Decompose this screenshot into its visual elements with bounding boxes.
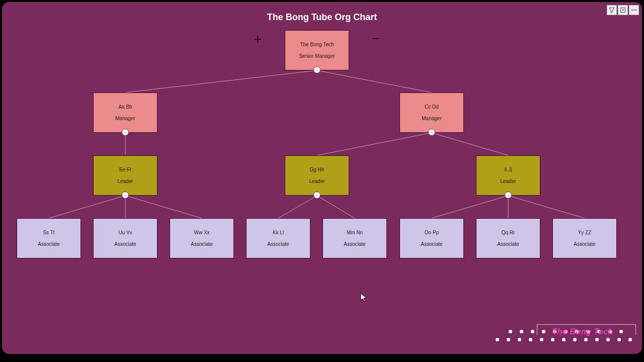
node-role: Leader xyxy=(309,178,325,184)
node-name: Ss Tt xyxy=(43,230,54,235)
node-name: Ww Xx xyxy=(194,230,209,235)
node-name: Oo Pp xyxy=(425,230,439,235)
node-role: Associate xyxy=(114,241,136,247)
chart-toolbar xyxy=(607,5,639,15)
org-node-manager[interactable]: Aa BbManager− xyxy=(93,93,157,133)
node-role: Associate xyxy=(191,241,212,247)
svg-line-13 xyxy=(317,196,355,218)
node-role: Associate xyxy=(344,241,365,247)
org-node-associate[interactable]: Mm NnAssociate xyxy=(323,218,387,258)
svg-line-7 xyxy=(317,133,432,155)
svg-line-14 xyxy=(432,196,508,218)
node-role: Senior Manager xyxy=(299,53,335,59)
node-role: Associate xyxy=(421,241,442,247)
svg-line-8 xyxy=(432,133,508,155)
node-role: Leader xyxy=(117,178,133,184)
org-node-associate[interactable]: Oo PpAssociate xyxy=(399,218,464,258)
collapse-toggle[interactable]: − xyxy=(428,129,435,136)
node-name: Mm Nn xyxy=(347,230,363,235)
svg-point-3 xyxy=(635,10,636,11)
org-node-associate[interactable]: Ww XxAssociate xyxy=(170,218,234,258)
org-chart-canvas[interactable]: The Bong Tube Org Chart + − The Bong Tec… xyxy=(2,2,642,354)
node-role: Associate xyxy=(267,241,289,247)
node-name: Qq Rr xyxy=(502,230,515,235)
node-name: Uu Vv xyxy=(118,230,132,235)
org-node-associate[interactable]: Ss TtAssociate xyxy=(17,218,81,258)
org-node-leader[interactable]: Ee FfLeader− xyxy=(93,155,157,196)
org-node-leader[interactable]: Gg HhLeader− xyxy=(285,155,349,196)
svg-point-1 xyxy=(632,10,633,11)
collapse-toggle[interactable]: − xyxy=(313,66,320,73)
node-role: Manager xyxy=(422,116,441,121)
node-role: Associate xyxy=(38,241,59,247)
node-name: Cc Dd xyxy=(425,104,439,110)
org-node-leader[interactable]: Ii JjLeader− xyxy=(476,155,540,196)
collapse-toggle[interactable]: − xyxy=(313,192,320,199)
zoom-out-button[interactable]: − xyxy=(372,31,379,47)
node-name: Yy ZZ xyxy=(578,230,592,235)
watermark: The Bong Tech xyxy=(485,324,636,347)
node-role: Manager xyxy=(115,116,135,121)
node-name: Aa Bb xyxy=(118,104,132,110)
svg-point-2 xyxy=(633,10,634,11)
watermark-text: The Bong Tech xyxy=(552,327,613,336)
focus-mode-button[interactable] xyxy=(618,5,628,15)
collapse-toggle[interactable]: − xyxy=(122,192,129,199)
svg-line-12 xyxy=(278,196,317,218)
chart-title: The Bong Tube Org Chart xyxy=(2,12,642,23)
collapse-toggle[interactable]: − xyxy=(122,129,129,136)
org-node-senior[interactable]: The Bong TechSenior Manager− xyxy=(285,30,349,70)
node-role: Associate xyxy=(574,241,595,247)
svg-line-11 xyxy=(125,196,202,218)
node-role: Associate xyxy=(497,241,519,247)
org-node-associate[interactable]: Yy ZZAssociate xyxy=(552,218,617,258)
node-name: Kk Ll xyxy=(273,230,284,235)
svg-line-9 xyxy=(49,196,125,218)
svg-line-5 xyxy=(317,70,432,93)
svg-line-16 xyxy=(508,196,585,218)
filter-button[interactable] xyxy=(607,5,617,15)
node-role: Leader xyxy=(500,178,516,184)
collapse-toggle[interactable]: − xyxy=(505,192,512,199)
node-name: Ii Jj xyxy=(505,167,512,172)
org-node-associate[interactable]: Uu VvAssociate xyxy=(93,218,157,258)
cursor-icon xyxy=(359,293,368,303)
node-name: The Bong Tech xyxy=(300,42,334,47)
org-node-associate[interactable]: Kk LlAssociate xyxy=(246,218,310,258)
node-name: Gg Hh xyxy=(310,167,325,172)
zoom-in-button[interactable]: + xyxy=(254,31,262,47)
more-options-button[interactable] xyxy=(629,5,639,15)
org-node-associate[interactable]: Qq RrAssociate xyxy=(476,218,540,258)
org-node-manager[interactable]: Cc DdManager− xyxy=(399,93,464,133)
node-name: Ee Ff xyxy=(119,167,131,172)
svg-line-4 xyxy=(125,70,317,93)
